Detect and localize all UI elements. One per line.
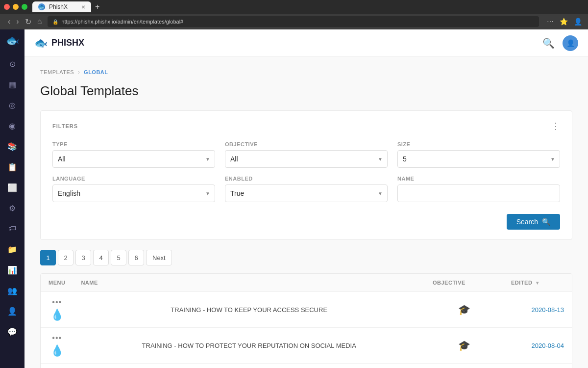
col-header-menu: MENU [41,274,73,292]
search-button-label: Search [516,218,538,226]
filter-enabled-label: ENABLED [225,176,388,182]
back-button[interactable]: ‹ [6,16,12,27]
extensions-icon[interactable]: ⋯ [547,18,554,26]
table-container: MENU NAME OBJECTIVE EDITED ▾ •• [40,273,572,368]
row-name-cell: TRAINING - HOW TO KEEP YOUR ACCESS SECUR… [73,292,425,328]
page-btn-3[interactable]: 3 [75,250,91,265]
objective-icon: 🎓 [458,304,470,315]
objective-icon: 🎓 [458,340,470,351]
filter-language-group: LANGUAGE English [52,176,215,202]
table-row: ••• 💧 TRAINING - TIPS TO AVOID PHISHING … [41,364,572,368]
filters-menu-icon[interactable]: ⋮ [551,121,560,131]
filters-row-1: TYPE All OBJECTIVE All [52,141,560,168]
filters-label: FILTERS [52,123,78,129]
col-header-edited[interactable]: EDITED ▾ [503,274,572,292]
row-date-link[interactable]: 2020-08-04 [532,342,564,349]
table-header-row: MENU NAME OBJECTIVE EDITED ▾ [41,274,572,292]
templates-table: MENU NAME OBJECTIVE EDITED ▾ •• [41,274,572,368]
sidebar-item-library[interactable]: 📚 [3,137,21,155]
close-button[interactable] [4,4,10,10]
sidebar-item-users[interactable]: 👥 [3,282,21,299]
browser-icons: ⋯ ⭐ 👤 [547,18,582,26]
filter-name-input[interactable] [397,184,560,202]
row-objective-cell: 🎓 [425,364,503,368]
minimize-button[interactable] [13,4,19,10]
row-edited-cell: 2020-08-04 [503,328,572,364]
sidebar-item-circle[interactable]: ◉ [3,117,21,134]
address-bar[interactable]: 🔒 https://phishx.phishx.io/admin/en/temp… [48,16,539,27]
row-edited-cell: 2020-08-13 [503,292,572,328]
row-date-link[interactable]: 2020-08-13 [532,306,564,314]
filter-language-label: LANGUAGE [52,176,215,182]
table-row: ••• 💧 TRAINING - HOW TO KEEP YOUR ACCESS… [41,292,572,328]
profile-icon[interactable]: 👤 [574,18,582,26]
filter-type-group: TYPE All [52,141,215,168]
sidebar-item-templates[interactable]: 📋 [3,158,21,176]
sidebar-item-box[interactable]: ⬜ [3,179,21,196]
filter-enabled-wrapper: True [225,184,388,202]
browser-tabs: 🐟 PhishX ✕ + [0,0,588,14]
row-edited-cell: 2020-08-04 [503,364,572,368]
refresh-button[interactable]: ↻ [23,16,33,27]
forward-button[interactable]: › [14,16,21,27]
filter-size-group: SIZE 5 [397,141,560,168]
filter-language-select[interactable]: English [52,184,215,202]
avatar[interactable]: 👤 [563,35,578,51]
breadcrumb-parent[interactable]: TEMPLATES [40,69,74,75]
filter-objective-wrapper: All [225,150,388,168]
browser-tab[interactable]: 🐟 PhishX ✕ [32,1,91,12]
content: TEMPLATES › GLOBAL Global Templates FILT… [24,57,588,368]
row-name-cell: TRAINING - HOW TO PROTECT YOUR REPUTATIO… [73,328,425,364]
search-button[interactable]: Search 🔍 [507,214,560,230]
sidebar-item-chat[interactable]: 💬 [3,323,21,341]
breadcrumb: TEMPLATES › GLOBAL [40,69,572,76]
browser-controls: ‹ › ↻ ⌂ 🔒 https://phishx.phishx.io/admin… [0,14,588,29]
sidebar-item-target[interactable]: ◎ [3,96,21,114]
filters-header: FILTERS ⋮ [52,121,560,131]
filters-card: FILTERS ⋮ TYPE All OBJECTIVE [40,110,572,240]
filter-objective-label: OBJECTIVE [225,141,388,147]
sidebar-item-pattern[interactable]: ⚙ [3,199,21,217]
lock-icon: 🔒 [52,19,58,25]
tab-close-icon[interactable]: ✕ [81,4,85,10]
page-title: Global Templates [40,83,572,99]
browser-chrome: 🐟 PhishX ✕ + ‹ › ↻ ⌂ 🔒 https://phishx.ph… [0,0,588,29]
row-name-cell: TRAINING - TIPS TO AVOID PHISHING AND MA… [73,364,425,368]
sidebar-item-home[interactable]: ⊙ [3,55,21,73]
filter-name-label: NAME [397,176,560,182]
row-objective-cell: 🎓 [425,292,503,328]
pagination: 1 2 3 4 5 6 Next [40,250,572,265]
table-header: MENU NAME OBJECTIVE EDITED ▾ [41,274,572,292]
sort-icon: ▾ [536,280,539,286]
fish-icon: 🐟 [6,34,19,47]
sidebar-item-folder[interactable]: 📁 [3,240,21,258]
filter-type-select[interactable]: All [52,150,215,168]
row-menu-dots[interactable]: ••• [52,334,62,342]
filter-size-select[interactable]: 5 [397,150,560,168]
sidebar-item-tag[interactable]: 🏷 [3,220,21,237]
row-menu-dots[interactable]: ••• [52,298,62,306]
filter-size-wrapper: 5 [397,150,560,168]
new-tab-button[interactable]: + [92,2,102,11]
page-btn-6[interactable]: 6 [128,250,144,265]
topbar-fish-icon: 🐟 [34,37,48,50]
search-icon[interactable]: 🔍 [542,37,555,49]
filter-objective-select[interactable]: All [225,150,388,168]
topbar-logo-text: PHISHX [51,38,84,48]
page-btn-4[interactable]: 4 [93,250,109,265]
page-btn-1[interactable]: 1 [40,250,56,265]
home-nav-button[interactable]: ⌂ [35,16,44,27]
sidebar-item-user[interactable]: 👤 [3,302,21,320]
avatar-image: 👤 [566,39,575,47]
page-btn-2[interactable]: 2 [58,250,74,265]
page-btn-5[interactable]: 5 [111,250,126,265]
sidebar-item-grid[interactable]: ▦ [3,76,21,93]
nav-buttons: ‹ › ↻ ⌂ [6,16,44,27]
filter-type-label: TYPE [52,141,215,147]
col-edited-label: EDITED [511,280,532,286]
bookmark-icon[interactable]: ⭐ [560,18,568,26]
page-btn-next[interactable]: Next [146,250,172,265]
filter-enabled-select[interactable]: True [225,184,388,202]
sidebar-item-analytics[interactable]: 📊 [3,261,21,279]
maximize-button[interactable] [22,4,27,10]
